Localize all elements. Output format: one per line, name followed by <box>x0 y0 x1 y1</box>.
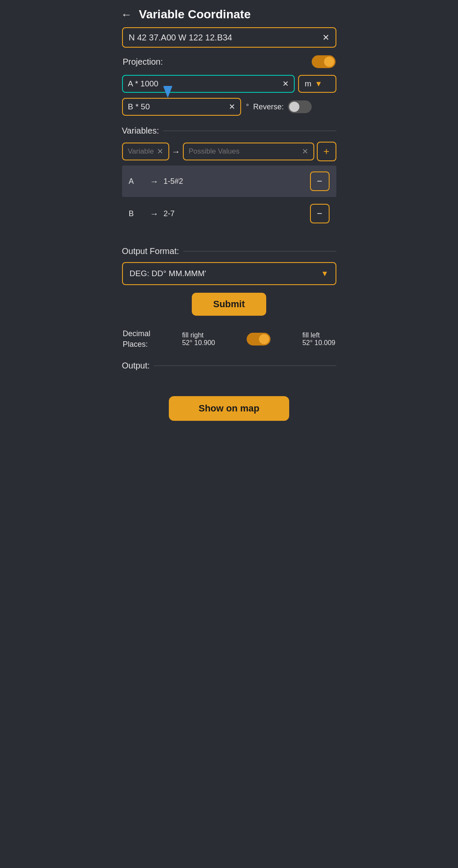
formula-clear-icon[interactable]: ✕ <box>282 79 289 89</box>
variable-row-b-value: 2-7 <box>164 209 310 218</box>
output-format-chevron-icon: ▼ <box>321 269 329 278</box>
header: ← Variable Coordinate <box>114 0 344 27</box>
page-title: Variable Coordinate <box>139 8 251 21</box>
degree-symbol: ° <box>246 103 249 111</box>
formula-row-1: ✕ m ▼ <box>122 75 336 93</box>
remove-variable-b-button[interactable]: − <box>310 204 330 223</box>
fill-right-value: 52° 10.900 <box>182 339 215 347</box>
reverse-toggle-slider <box>288 100 312 113</box>
variables-section-header: Variables: <box>122 126 336 136</box>
fill-right-block: fill right 52° 10.900 <box>182 331 215 347</box>
output-format-section-header: Output Format: <box>122 246 336 256</box>
fill-left-value: 52° 10.009 <box>302 339 336 347</box>
reverse-toggle-knob <box>289 102 299 112</box>
coordinate-clear-icon[interactable]: ✕ <box>322 32 330 43</box>
formula2-input[interactable] <box>128 102 229 111</box>
output-format-wrap[interactable]: DEG: DD° MM.MMM' ▼ <box>122 262 336 285</box>
output-label: Output: <box>122 361 150 371</box>
back-button[interactable]: ← <box>121 8 132 21</box>
output-format-divider <box>183 251 336 251</box>
variable-row-a: A → 1-5#2 − <box>122 166 336 197</box>
add-variable-button[interactable]: + <box>317 142 336 161</box>
variables-label: Variables: <box>122 126 159 136</box>
decimal-places-label: Decimal Places: <box>123 328 151 350</box>
formula-row-2-container: ✕ ° Reverse: <box>122 98 336 116</box>
projection-toggle-knob <box>324 57 334 67</box>
variable-value-wrap: ✕ <box>183 143 314 160</box>
variable-value-input[interactable] <box>189 147 299 156</box>
variable-row-a-value: 1-5#2 <box>164 177 310 186</box>
formula-input[interactable] <box>128 79 282 89</box>
reverse-label: Reverse: <box>253 103 284 111</box>
reverse-toggle[interactable] <box>288 100 312 113</box>
projection-label: Projection: <box>123 57 163 67</box>
variable-name-wrap: ✕ <box>122 143 169 160</box>
output-section-header: Output: <box>122 361 336 371</box>
variable-name-input[interactable] <box>128 147 154 156</box>
main-content: ✕ Projection: ✕ m ▼ ✕ ° Reverse: <box>114 27 344 431</box>
variable-row-b: B → 2-7 − <box>122 198 336 229</box>
submit-button[interactable]: Submit <box>192 293 266 316</box>
decimal-toggle[interactable] <box>247 333 270 345</box>
fill-left-block: fill left 52° 10.009 <box>302 331 336 347</box>
coordinate-input-wrap: ✕ <box>122 27 336 48</box>
projection-row: Projection: <box>122 55 336 68</box>
decimal-toggle-slider <box>247 333 270 345</box>
variable-value-clear-icon[interactable]: ✕ <box>302 147 308 156</box>
variables-divider <box>163 131 336 131</box>
formula2-clear-icon[interactable]: ✕ <box>229 102 235 111</box>
decimal-places-row: Decimal Places: fill right 52° 10.900 fi… <box>122 324 336 354</box>
output-format-text: DEG: DD° MM.MMM' <box>130 269 321 278</box>
projection-toggle[interactable] <box>312 55 336 68</box>
coordinate-input[interactable] <box>129 33 319 43</box>
unit-chevron-icon: ▼ <box>315 80 322 89</box>
projection-toggle-slider <box>312 55 336 68</box>
unit-select-wrap[interactable]: m ▼ <box>298 75 336 93</box>
decimal-toggle-knob <box>259 334 269 344</box>
unit-text: m <box>305 79 312 89</box>
remove-variable-a-button[interactable]: − <box>310 171 330 191</box>
variable-row-a-name: A <box>129 177 150 186</box>
fill-right-label: fill right <box>182 331 204 339</box>
reverse-row: Reverse: <box>253 100 312 113</box>
formula-input-wrap: ✕ <box>122 75 295 93</box>
variable-name-clear-icon[interactable]: ✕ <box>157 147 163 156</box>
arrow-symbol: → <box>172 147 180 157</box>
output-divider <box>154 365 336 366</box>
show-on-map-button[interactable]: Show on map <box>169 396 289 421</box>
variable-row-b-name: B <box>129 209 150 218</box>
variable-input-row: ✕ → ✕ + <box>122 142 336 161</box>
variable-row-a-arrow: → <box>150 177 159 186</box>
output-format-label: Output Format: <box>122 246 179 256</box>
formula2-input-wrap: ✕ <box>122 98 241 116</box>
fill-left-label: fill left <box>302 331 320 339</box>
variable-row-b-arrow: → <box>150 209 159 219</box>
